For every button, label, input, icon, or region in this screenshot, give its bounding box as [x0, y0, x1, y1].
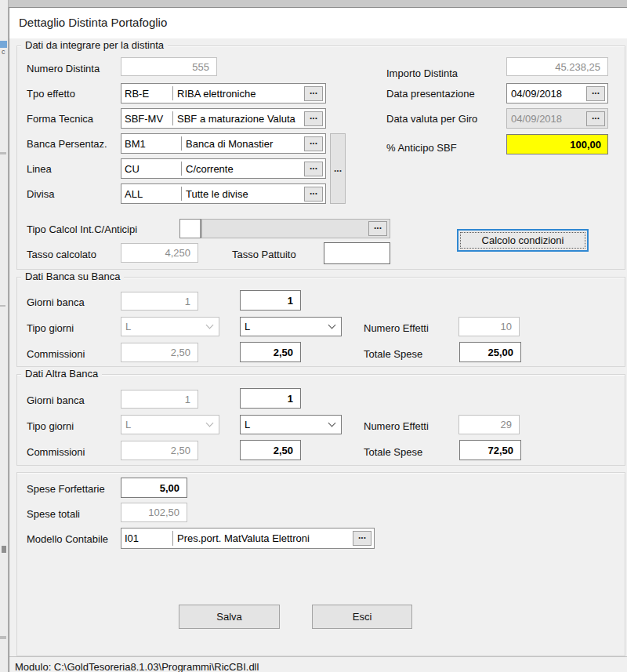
data-presentazione-field[interactable]: 04/09/2018	[507, 84, 586, 103]
dettaglio-distinta-dialog: Dettaglio Distinta Portafoglio Dati da i…	[9, 7, 627, 672]
page-title: Dettaglio Distinta Portafoglio	[19, 16, 167, 29]
numero-effetti-label: Numero Effetti	[364, 420, 429, 432]
background-selection-mark	[0, 41, 7, 48]
giorni-banca-calc-field: 1	[121, 390, 198, 409]
commissioni-label: Commissioni	[27, 348, 85, 360]
data-valuta-field-wrap: 04/09/2018 ...	[506, 108, 608, 129]
giorni-banca-calc-field: 1	[121, 292, 198, 311]
data-presentazione-browse-button[interactable]: ...	[586, 86, 605, 101]
banca-presentaz-code[interactable]: BM1	[121, 134, 181, 153]
banca-presentaz-combo: BM1 Banca di Monastier ...	[121, 133, 326, 154]
anticipo-sbf-label: % Anticipo SBF	[386, 142, 457, 154]
totale-spese-field[interactable]: 25,00	[459, 342, 521, 362]
commissioni-calc-field: 2,50	[121, 343, 198, 362]
numero-effetti-field: 10	[458, 317, 520, 336]
spese-forfettarie-field[interactable]: 5,00	[121, 478, 187, 498]
esci-button[interactable]: Esci	[312, 605, 412, 629]
tipo-giorni-edit-select[interactable]: L	[240, 415, 342, 434]
title-bar: Dettaglio Distinta Portafoglio	[9, 8, 627, 38]
tpo-effetto-desc: RIBA elettroniche	[173, 84, 304, 103]
tpo-effetto-combo: RB-E RIBA elettroniche ...	[121, 83, 326, 104]
banca-presentaz-desc: Banca di Monastier	[182, 134, 304, 153]
tasso-calcolato-field: 4,250	[121, 243, 198, 263]
modello-contabile-desc: Pres.port. MatValuta Elettroni	[173, 529, 353, 548]
data-presentazione-field-wrap: 04/09/2018 ...	[506, 83, 608, 104]
tipo-giorni-edit-select[interactable]: L	[240, 317, 342, 336]
tipo-giorni-calc-select: L	[121, 317, 219, 336]
modello-contabile-browse-button[interactable]: ...	[353, 531, 371, 546]
giorni-banca-edit-field[interactable]: 1	[240, 388, 301, 409]
tasso-pattuito-label: Tasso Pattuito	[232, 249, 296, 260]
group-caption: Dati Banca su Banca	[21, 271, 124, 282]
modello-contabile-label: Modello Contabile	[27, 533, 108, 545]
linea-combo: CU C/corrente ...	[121, 158, 326, 179]
divisa-combo: ALL Tutte le divise ...	[121, 183, 326, 204]
tipo-calcolo-browse-button[interactable]: ...	[368, 221, 387, 236]
numero-distinta-field: 555	[121, 57, 217, 76]
tipo-giorni-calc-select: L	[121, 415, 219, 434]
forma-tecnica-code[interactable]: SBF-MV	[121, 109, 172, 128]
background-text-fragment: c	[2, 48, 5, 56]
linea-code[interactable]: CU	[121, 159, 181, 178]
selected-value: L	[125, 419, 131, 430]
giorni-banca-label: Giorni banca	[27, 394, 85, 406]
forma-tecnica-combo: SBF-MV SBF a maturazione Valuta ...	[121, 108, 326, 129]
totale-spese-label: Totale Spese	[364, 446, 422, 458]
selected-value: L	[245, 321, 250, 332]
importo-distinta-field: 45.238,25	[506, 57, 608, 76]
anticipo-sbf-field[interactable]: 100,00	[506, 134, 608, 154]
spese-forfettarie-label: Spese Forfettarie	[27, 483, 105, 495]
tpo-effetto-label: Tpo effetto	[27, 88, 75, 100]
divisa-desc: Tutte le divise	[182, 184, 304, 203]
tipo-giorni-label: Tipo giorni	[27, 420, 74, 432]
tipo-calcolo-code-field[interactable]	[179, 219, 201, 238]
tpo-effetto-browse-button[interactable]: ...	[304, 86, 323, 101]
commissioni-edit-field[interactable]: 2,50	[240, 342, 301, 362]
tipo-giorni-label: Tipo giorni	[27, 322, 74, 334]
forma-tecnica-browse-button[interactable]: ...	[304, 111, 323, 126]
totale-spese-field[interactable]: 72,50	[459, 440, 521, 460]
forma-tecnica-desc: SBF a maturazione Valuta	[173, 109, 304, 128]
chevron-down-icon	[206, 321, 214, 329]
divisa-browse-button[interactable]: ...	[304, 187, 323, 202]
tasso-pattuito-field[interactable]	[324, 242, 390, 264]
importo-distinta-label: Importo Distinta	[386, 67, 458, 79]
numero-effetti-label: Numero Effetti	[364, 322, 429, 334]
data-valuta-label: Data valuta per Giro	[386, 113, 477, 125]
commissioni-calc-field: 2,50	[121, 441, 198, 460]
numero-distinta-label: Numero Distinta	[27, 63, 100, 74]
banca-presentaz-label: Banca Persentaz.	[27, 138, 107, 150]
selected-value: L	[245, 419, 250, 430]
tipo-calcolo-label: Tipo Calcol Int.C/Anticipi	[27, 223, 137, 235]
banca-presentaz-browse-button[interactable]: ...	[304, 136, 323, 151]
data-valuta-field: 04/09/2018	[507, 109, 586, 128]
data-valuta-browse-button[interactable]: ...	[586, 111, 605, 126]
group-caption: Dati Altra Banca	[21, 368, 102, 380]
linea-desc: C/corrente	[182, 159, 304, 178]
spese-totali-field: 102,50	[121, 503, 187, 522]
commissioni-label: Commissioni	[27, 446, 85, 458]
linea-browse-button[interactable]: ...	[304, 162, 323, 176]
status-bar-text: Modulo: C:\GoldTesoreria8.1.03\Programmi…	[15, 661, 259, 672]
salva-button[interactable]: Salva	[179, 605, 280, 629]
multi-browse-button[interactable]: ...	[330, 133, 346, 204]
calcolo-condizioni-button[interactable]: Calcolo condizioni	[457, 229, 589, 252]
chevron-down-icon	[328, 321, 336, 329]
group-caption: Dati da integrare per la distinta	[21, 39, 168, 51]
modello-contabile-code[interactable]: I01	[121, 529, 172, 548]
tipo-calcolo-bar: ...	[201, 219, 390, 238]
tasso-calcolato-label: Tasso calcolato	[27, 249, 96, 260]
chevron-down-icon	[328, 420, 336, 427]
chevron-down-icon	[206, 420, 214, 427]
divisa-label: Divisa	[27, 188, 54, 200]
giorni-banca-edit-field[interactable]: 1	[240, 290, 301, 311]
background-window-edge: c	[0, 0, 9, 672]
divisa-code[interactable]: ALL	[121, 184, 181, 203]
selected-value: L	[125, 321, 131, 332]
tpo-effetto-code[interactable]: RB-E	[121, 84, 172, 103]
giorni-banca-label: Giorni banca	[27, 296, 85, 308]
data-presentazione-label: Data presentazione	[386, 88, 475, 100]
totale-spese-label: Totale Spese	[364, 348, 422, 360]
commissioni-edit-field[interactable]: 2,50	[240, 440, 301, 460]
modello-contabile-combo: I01 Pres.port. MatValuta Elettroni ...	[121, 528, 375, 549]
